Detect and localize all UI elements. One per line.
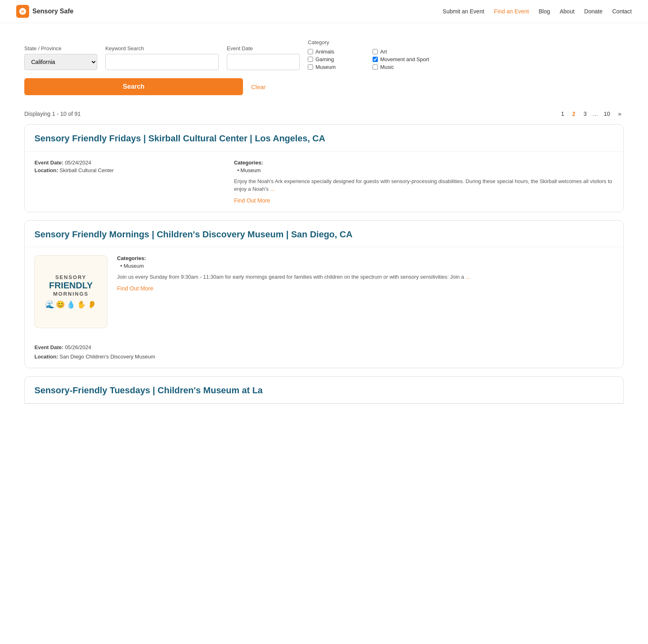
event-title-3: Sensory-Friendly Tuesdays | Children's M… <box>34 385 614 397</box>
event-date-2: Event Date: 05/26/2024 <box>34 344 614 350</box>
date-field-group: Event Date <box>227 45 300 70</box>
sfm-friendly: FRIENDLY <box>49 280 93 291</box>
event-details-1: Categories: • Museum Enjoy the Noah's Ar… <box>234 160 614 204</box>
checkbox-gaming[interactable] <box>308 57 313 62</box>
event-card-title-3: Sensory-Friendly Tuesdays | Children's M… <box>25 377 623 403</box>
pagination: 1 2 3 … 10 » <box>558 110 624 118</box>
event-card-title-1: Sensory Friendly Fridays | Skirball Cult… <box>25 125 623 151</box>
logo: Sensory Safe <box>16 5 73 18</box>
search-actions: Search Clear <box>24 78 624 95</box>
nav-donate[interactable]: Donate <box>584 8 603 15</box>
event-info-left-1: Event Date: 05/24/2024 Location: Skirbal… <box>34 160 224 204</box>
sfm-mornings: MORNINGS <box>53 291 89 297</box>
categories-label-2: Categories: <box>117 255 614 261</box>
event-details-2: Categories: • Museum Join us every Sunda… <box>117 255 614 328</box>
event-body-bottom-2: Event Date: 05/26/2024 Location: San Die… <box>34 344 614 360</box>
clear-button[interactable]: Clear <box>251 83 266 90</box>
main-nav: Submit an Event Find an Event Blog About… <box>443 8 632 15</box>
nav-find-event[interactable]: Find an Event <box>494 8 529 15</box>
state-label: State / Province <box>24 45 97 51</box>
events-list: Sensory Friendly Fridays | Skirball Cult… <box>0 124 648 420</box>
keyword-field-group: Keyword Search <box>105 45 219 70</box>
page-1[interactable]: 1 <box>558 110 567 118</box>
checkbox-movement[interactable] <box>373 57 378 62</box>
event-location-2: Location: San Diego Children's Discovery… <box>34 354 614 360</box>
checkbox-museum[interactable] <box>308 64 313 70</box>
nav-submit-event[interactable]: Submit an Event <box>443 8 484 15</box>
category-grid: Animals Art Gaming Movement and Sport Mu… <box>308 49 429 70</box>
event-card-title-2: Sensory Friendly Mornings | Children's D… <box>25 221 623 247</box>
event-card-3: Sensory-Friendly Tuesdays | Children's M… <box>24 376 624 404</box>
category-animals-label: Animals <box>315 49 334 55</box>
search-button[interactable]: Search <box>24 78 243 95</box>
find-out-more-2[interactable]: Find Out More <box>117 285 153 292</box>
checkbox-animals[interactable] <box>308 49 313 54</box>
event-date-1: Event Date: 05/24/2024 <box>34 160 224 166</box>
page-3[interactable]: 3 <box>581 110 589 118</box>
results-count: Displaying 1 - 10 of 91 <box>24 111 81 117</box>
date-input[interactable] <box>227 54 300 70</box>
event-card-1: Sensory Friendly Fridays | Skirball Cult… <box>24 124 624 212</box>
category-gaming[interactable]: Gaming <box>308 56 364 62</box>
nav-about[interactable]: About <box>560 8 575 15</box>
keyword-label: Keyword Search <box>105 45 219 51</box>
checkbox-music[interactable] <box>373 64 378 70</box>
search-section: State / Province California Alabama Alas… <box>0 23 648 103</box>
checkbox-art[interactable] <box>373 49 378 54</box>
sfm-icons: 🌊😊💧✋👂 <box>45 300 96 309</box>
category-art[interactable]: Art <box>373 49 429 55</box>
site-name: Sensory Safe <box>32 8 73 15</box>
category-music[interactable]: Music <box>373 64 429 70</box>
category-value-1: • Museum <box>237 167 614 173</box>
category-label: Category <box>308 39 429 45</box>
state-field-group: State / Province California Alabama Alas… <box>24 45 97 70</box>
page-2[interactable]: 2 <box>570 110 578 118</box>
logo-icon <box>16 5 29 18</box>
category-museum[interactable]: Museum <box>308 64 364 70</box>
keyword-input[interactable] <box>105 54 219 70</box>
event-card-2: Sensory Friendly Mornings | Children's D… <box>24 220 624 369</box>
category-museum-label: Museum <box>315 64 336 70</box>
nav-contact[interactable]: Contact <box>612 8 632 15</box>
category-music-label: Music <box>380 64 394 70</box>
ellipsis-1: ... <box>270 186 275 192</box>
category-field-group: Category Animals Art Gaming Movement and… <box>308 39 429 70</box>
nav-blog[interactable]: Blog <box>539 8 550 15</box>
ellipsis-2: ... <box>466 274 470 280</box>
event-card-body-1: Event Date: 05/24/2024 Location: Skirbal… <box>25 151 623 212</box>
header: Sensory Safe Submit an Event Find an Eve… <box>0 0 648 23</box>
state-select[interactable]: California Alabama Alaska Arizona Arkans… <box>24 54 97 70</box>
page-next[interactable]: » <box>616 110 624 118</box>
categories-label-1: Categories: <box>234 160 614 166</box>
page-ellipsis: … <box>593 111 598 117</box>
category-movement[interactable]: Movement and Sport <box>373 56 429 62</box>
event-title-2: Sensory Friendly Mornings | Children's D… <box>34 229 614 241</box>
category-art-label: Art <box>380 49 387 55</box>
event-card-body-2: SENSORY FRIENDLY MORNINGS 🌊😊💧✋👂 Categori… <box>25 247 623 368</box>
event-description-2: Join us every Sunday from 9:30am - 11:30… <box>117 273 614 281</box>
search-fields: State / Province California Alabama Alas… <box>24 39 624 70</box>
event-image-2: SENSORY FRIENDLY MORNINGS 🌊😊💧✋👂 <box>34 255 107 328</box>
event-description-1: Enjoy the Noah's Ark experience speciall… <box>234 177 614 193</box>
category-movement-label: Movement and Sport <box>380 56 429 62</box>
date-label: Event Date <box>227 45 300 51</box>
event-location-1: Location: Skirball Cultural Center <box>34 167 224 173</box>
find-out-more-1[interactable]: Find Out More <box>234 197 270 204</box>
category-gaming-label: Gaming <box>315 56 334 62</box>
sfm-sensory: SENSORY <box>55 274 86 280</box>
category-animals[interactable]: Animals <box>308 49 364 55</box>
category-value-2: • Museum <box>120 263 614 269</box>
event-body-top-2: SENSORY FRIENDLY MORNINGS 🌊😊💧✋👂 Categori… <box>34 255 614 328</box>
results-header: Displaying 1 - 10 of 91 1 2 3 … 10 » <box>0 103 648 124</box>
event-title-1: Sensory Friendly Fridays | Skirball Cult… <box>34 133 614 145</box>
page-10[interactable]: 10 <box>601 110 613 118</box>
